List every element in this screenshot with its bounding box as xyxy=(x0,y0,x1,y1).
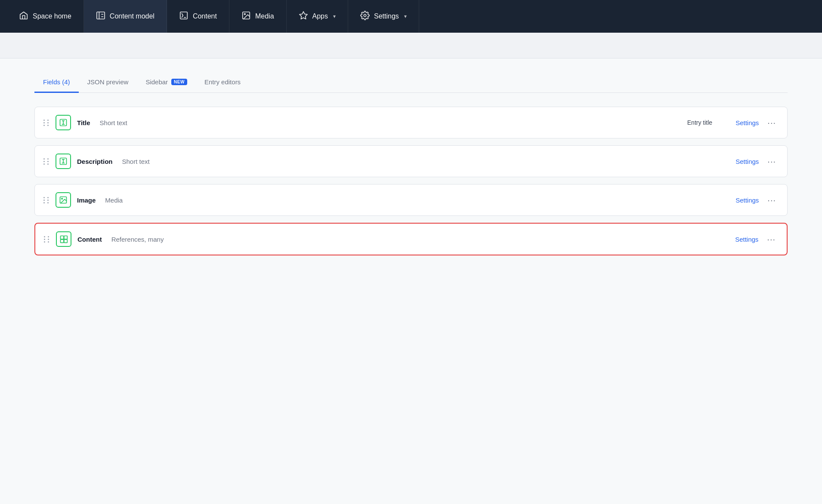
nav-apps[interactable]: Apps ▾ xyxy=(287,0,348,33)
field-name-content: Content xyxy=(77,236,102,243)
tab-json-preview-label: JSON preview xyxy=(87,78,129,86)
field-icon-description xyxy=(56,154,71,169)
tab-bar: Fields (4) JSON preview Sidebar NEW Entr… xyxy=(34,72,788,93)
tab-fields-label: Fields (4) xyxy=(43,78,70,86)
settings-chevron-icon: ▾ xyxy=(404,13,407,19)
content-model-icon xyxy=(96,11,105,22)
svg-rect-9 xyxy=(61,236,64,240)
nav-space-home-label: Space home xyxy=(33,12,71,20)
settings-button-description[interactable]: Settings xyxy=(735,158,759,165)
svg-point-8 xyxy=(62,198,63,200)
nav-settings-label: Settings xyxy=(374,12,399,20)
apps-chevron-icon: ▾ xyxy=(333,13,336,19)
nav-content-model[interactable]: Content model xyxy=(84,0,167,33)
drag-handle-description[interactable] xyxy=(43,158,49,165)
field-type-description: Short text xyxy=(122,158,150,165)
tab-sidebar-label: Sidebar xyxy=(145,78,168,86)
nav-media-label: Media xyxy=(255,12,274,20)
tab-json-preview[interactable]: JSON preview xyxy=(79,72,137,93)
settings-button-content[interactable]: Settings xyxy=(735,236,758,243)
field-name-description: Description xyxy=(77,158,113,165)
apps-icon xyxy=(299,11,308,22)
settings-icon xyxy=(360,11,370,22)
tab-entry-editors-label: Entry editors xyxy=(204,78,241,86)
more-button-description[interactable]: ··· xyxy=(765,157,779,166)
nav-space-home[interactable]: Space home xyxy=(7,0,84,33)
tab-fields[interactable]: Fields (4) xyxy=(34,72,79,93)
tab-entry-editors[interactable]: Entry editors xyxy=(196,72,249,93)
field-icon-image xyxy=(56,192,71,208)
more-button-content[interactable]: ··· xyxy=(764,234,778,244)
nav-apps-label: Apps xyxy=(312,12,328,20)
field-icon-title xyxy=(56,115,71,130)
field-row-title: Title Short text Entry title Settings ··… xyxy=(34,107,788,138)
nav-content-model-label: Content model xyxy=(110,12,155,20)
field-label-title: Entry title xyxy=(687,119,712,126)
svg-rect-0 xyxy=(97,12,105,19)
tab-sidebar[interactable]: Sidebar NEW xyxy=(137,72,196,93)
drag-handle-title[interactable] xyxy=(43,120,49,126)
field-type-content: References, many xyxy=(111,236,164,243)
settings-button-image[interactable]: Settings xyxy=(735,197,759,204)
field-icon-content xyxy=(56,231,71,247)
nav-content-label: Content xyxy=(193,12,217,20)
svg-point-4 xyxy=(364,14,366,17)
media-icon xyxy=(241,11,251,22)
field-type-image: Media xyxy=(105,197,123,204)
field-type-title: Short text xyxy=(100,119,127,126)
field-name-title: Title xyxy=(77,119,90,126)
nav-media[interactable]: Media xyxy=(229,0,287,33)
svg-rect-12 xyxy=(64,240,68,243)
nav-settings[interactable]: Settings ▾ xyxy=(348,0,419,33)
more-button-image[interactable]: ··· xyxy=(765,195,779,205)
home-icon xyxy=(19,11,28,22)
more-button-title[interactable]: ··· xyxy=(765,118,779,128)
drag-handle-image[interactable] xyxy=(43,197,49,203)
nav-content[interactable]: Content xyxy=(167,0,229,33)
main-content: Fields (4) JSON preview Sidebar NEW Entr… xyxy=(0,58,822,276)
svg-rect-10 xyxy=(64,236,68,240)
svg-rect-1 xyxy=(180,12,188,19)
sub-header xyxy=(0,33,822,58)
new-badge: NEW xyxy=(171,79,187,85)
field-name-image: Image xyxy=(77,197,96,204)
field-row-image: Image Media Settings ··· xyxy=(34,184,788,216)
field-row-content: Content References, many Settings ··· xyxy=(34,223,788,255)
content-icon xyxy=(179,11,189,22)
top-navigation: Space home Content model Content xyxy=(0,0,822,33)
svg-point-3 xyxy=(244,13,245,15)
drag-handle-content[interactable] xyxy=(44,236,50,243)
svg-rect-11 xyxy=(61,240,64,243)
field-row-description: Description Short text Settings ··· xyxy=(34,145,788,177)
settings-button-title[interactable]: Settings xyxy=(735,119,759,126)
